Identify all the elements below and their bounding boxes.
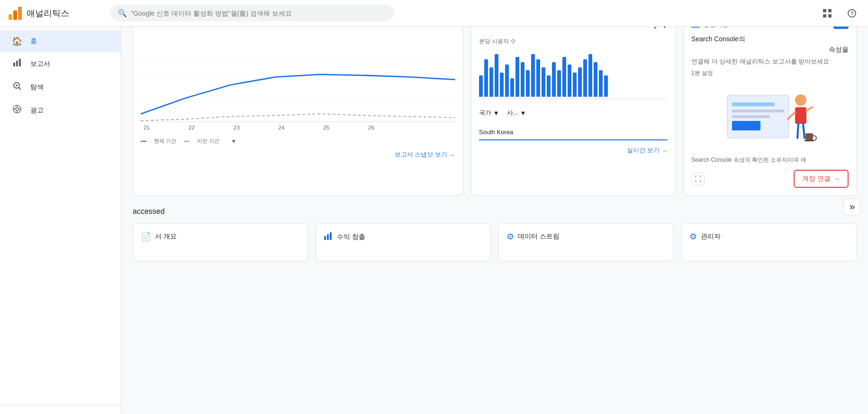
- snapshot-link[interactable]: 보고서 스냅샷 보기 →: [395, 150, 455, 159]
- svg-rect-1: [13, 10, 17, 20]
- bar-item: [500, 73, 504, 97]
- search-input[interactable]: [131, 9, 387, 17]
- realtime-link[interactable]: 실시간 보기 →: [627, 146, 668, 155]
- bar-item: [495, 54, 498, 97]
- bar-item: [515, 57, 519, 97]
- svg-point-40: [795, 94, 806, 106]
- bar-item: [604, 75, 608, 97]
- realtime-footer: 실시간 보기 →: [479, 146, 668, 155]
- chart-legend: 현재 기간 이전 기간 ▼: [141, 138, 455, 145]
- explore-icon: [11, 81, 23, 93]
- svg-rect-2: [18, 7, 22, 20]
- svg-point-14: [16, 84, 18, 86]
- legend-current-dot: [141, 141, 146, 142]
- sidebar-item-ads[interactable]: 광고: [0, 99, 121, 122]
- revenue-icon: [324, 231, 333, 243]
- bottom-card-revenue-header: 수익 창출: [324, 231, 483, 243]
- logo-icon: [8, 6, 23, 21]
- bar-chart-line: [479, 99, 668, 99]
- svg-rect-38: [732, 115, 770, 118]
- overview-label: 서 개요: [155, 232, 177, 241]
- metric-dropdown[interactable]: 사... ▼: [507, 107, 526, 119]
- svg-rect-4: [828, 9, 832, 12]
- expand-icon: ⛶: [695, 175, 701, 183]
- bottom-card-admin-header: ⚙ 관리자: [689, 231, 849, 242]
- bar-item: [552, 62, 556, 97]
- country-dropdown[interactable]: 국가 ▼: [479, 107, 499, 119]
- search-console-illustration: [718, 86, 822, 147]
- connect-arrow: →: [833, 175, 840, 183]
- svg-text:23: 23: [234, 125, 240, 131]
- svg-rect-9: [13, 63, 15, 66]
- bar-item: [526, 70, 530, 97]
- content-area: 이벤트 수 전환 새 사용자 수 ✓: [121, 0, 868, 273]
- svg-rect-10: [16, 61, 18, 66]
- sidebar-nav: 🏠 홈 보고서 탐색: [0, 27, 121, 273]
- bottom-card-revenue[interactable]: 수익 창출: [316, 223, 491, 261]
- svg-rect-48: [324, 236, 326, 240]
- bar-item: [588, 54, 592, 97]
- bottom-card-overview[interactable]: 📄 서 개요: [133, 223, 308, 261]
- line-chart: 21 22 23 24 25 26: [141, 37, 455, 132]
- legend-prev-label: 이전 기간: [197, 138, 219, 145]
- rec-desc: Search Console 속성의 확인된 소유자이며 애: [691, 156, 849, 164]
- rec-heading: Search Console의: [691, 34, 849, 44]
- svg-rect-41: [795, 107, 806, 124]
- bar-item: [484, 59, 488, 97]
- sidebar-item-explore[interactable]: 탐색: [0, 75, 121, 99]
- connect-button[interactable]: 계정 연결 →: [794, 170, 849, 188]
- sidebar-item-reports-label: 보고서: [30, 60, 50, 68]
- bar-item: [583, 59, 587, 97]
- svg-rect-50: [330, 232, 332, 240]
- sidebar-item-reports[interactable]: 보고서: [0, 52, 121, 75]
- revenue-label: 수익 창출: [337, 233, 365, 241]
- bars-container: [479, 49, 668, 97]
- top-nav-right: ?: [819, 5, 860, 22]
- admin-card-icon: ⚙: [689, 231, 697, 242]
- overview-icon: 📄: [141, 231, 151, 242]
- sidebar: 🏠 홈 보고서 탐색: [0, 27, 121, 273]
- filter-dropdown[interactable]: ▼: [231, 138, 236, 145]
- svg-rect-11: [19, 59, 21, 66]
- country-row: South Korea: [479, 125, 668, 140]
- svg-rect-47: [805, 140, 814, 141]
- svg-rect-49: [327, 234, 329, 240]
- rec-heading2: 속성을: [691, 44, 849, 55]
- bar-item: [562, 57, 566, 97]
- legend-current-label: 현재 기간: [154, 138, 176, 145]
- svg-text:25: 25: [323, 125, 329, 131]
- rec-content: Search Console의 속성을 연결해 더 상세한 애널리틱스 보고서를…: [691, 34, 849, 78]
- right-panel-toggle[interactable]: [843, 199, 860, 216]
- realtime-subtitle: 분당 사용자 수: [479, 37, 668, 46]
- apps-icon[interactable]: [819, 5, 836, 22]
- svg-rect-36: [732, 102, 775, 106]
- sidebar-item-home[interactable]: 🏠 홈: [0, 30, 121, 52]
- rec-setup: 1분 설정: [691, 69, 849, 78]
- search-bar[interactable]: 🔍: [110, 5, 394, 21]
- bottom-cards: 📄 서 개요 수익 창출: [133, 223, 857, 261]
- bottom-card-datastream[interactable]: ⚙ 데이터 스트림: [498, 223, 674, 261]
- south-korea-item: South Korea: [479, 125, 668, 140]
- help-icon[interactable]: ?: [843, 5, 860, 22]
- home-icon: 🏠: [11, 36, 23, 46]
- bottom-card-datastream-header: ⚙ 데이터 스트림: [506, 231, 666, 242]
- svg-text:26: 26: [368, 125, 374, 131]
- bar-item: [542, 67, 545, 97]
- bar-item: [578, 67, 582, 97]
- realtime-arrow: →: [661, 147, 668, 154]
- sidebar-item-ads-label: 광고: [30, 106, 44, 115]
- sidebar-item-home-label: 홈: [30, 37, 37, 46]
- bar-item: [489, 67, 493, 97]
- svg-line-13: [19, 88, 21, 90]
- rec-illustration: [691, 83, 849, 150]
- bar-item: [594, 62, 597, 97]
- bar-item: [573, 73, 577, 97]
- bottom-card-admin[interactable]: ⚙ 관리자: [681, 223, 857, 261]
- svg-rect-3: [823, 9, 826, 12]
- expand-button[interactable]: ⛶: [691, 172, 705, 185]
- bar-item: [510, 78, 514, 97]
- svg-line-43: [806, 107, 813, 110]
- legend-prev-dash: [184, 141, 190, 142]
- logo-area: 애널리틱스: [8, 6, 102, 21]
- ads-icon: [11, 104, 23, 116]
